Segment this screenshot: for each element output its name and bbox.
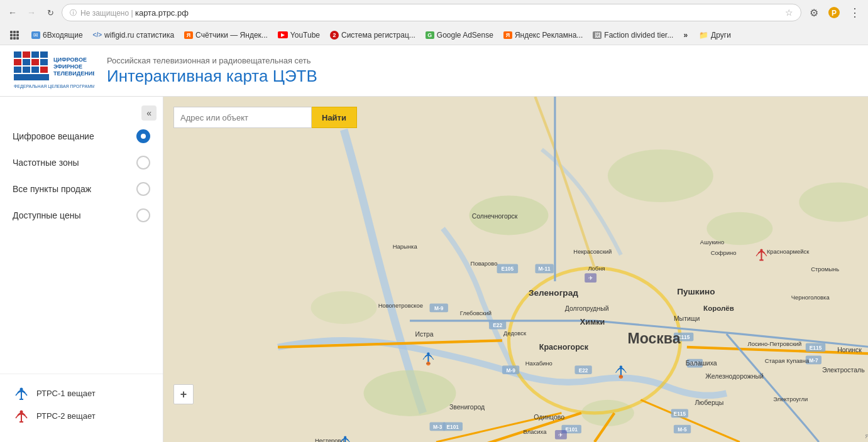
svg-rect-4	[23, 51, 30, 58]
svg-text:M-9: M-9	[506, 367, 515, 374]
svg-text:E101: E101	[565, 426, 578, 433]
svg-point-163	[760, 249, 762, 251]
svg-text:Долгопрудный: Долгопрудный	[565, 305, 609, 312]
map-zoom-button[interactable]: +	[173, 384, 194, 404]
wifigid-label: wifigid.ru статистика	[104, 31, 174, 40]
sidebar: « Цифровое вещание Частотные зоны Все пу…	[0, 97, 163, 442]
svg-rect-11	[14, 67, 21, 73]
6v-label: 6Входящие	[43, 31, 83, 40]
svg-text:✈: ✈	[558, 431, 563, 438]
faction-label: Faction divided tier...	[604, 31, 673, 40]
site-header-text: Российская телевизионная и радиовещатель…	[107, 56, 317, 86]
svg-text:Поварово: Поварово	[471, 260, 498, 267]
reload-button[interactable]: ↻	[43, 5, 58, 20]
bookmark-yandex[interactable]: Я Яндекс Рекламна...	[498, 29, 588, 41]
map-container[interactable]: Найти +	[163, 97, 868, 442]
svg-text:✈: ✈	[588, 274, 593, 281]
sidebar-item-digital[interactable]: Цифровое вещание	[0, 123, 163, 149]
bookmark-faction[interactable]: 🖼 Faction divided tier...	[588, 29, 678, 41]
extensions-button[interactable]: ⚙	[805, 4, 823, 21]
svg-text:Химки: Химки	[580, 318, 605, 326]
svg-text:Железнодорожный: Железнодорожный	[705, 373, 764, 380]
folder-icon: 📁	[699, 31, 708, 40]
svg-text:Яндекс: Яндекс	[865, 433, 868, 439]
bookmark-overflow[interactable]: »	[678, 29, 693, 41]
svg-text:ЦИФРОВОЕ: ЦИФРОВОЕ	[53, 57, 87, 63]
svg-text:E22: E22	[493, 322, 502, 328]
adsense-label: Google AdSense	[437, 31, 493, 40]
antenna-blue-icon	[13, 384, 30, 402]
schetchiki-label: Счётчики — Яндек...	[195, 31, 268, 40]
bookmark-youtube[interactable]: ▶ YouTube	[273, 29, 325, 41]
radio-prices[interactable]	[136, 208, 150, 222]
svg-text:Ашукино: Ашукино	[700, 239, 724, 245]
svg-text:М-7: М-7	[809, 357, 818, 364]
sidebar-item-sales[interactable]: Все пункты продаж	[0, 176, 163, 202]
map-search-input[interactable]	[173, 107, 312, 128]
svg-text:Москва: Москва	[627, 330, 680, 347]
svg-rect-7	[14, 59, 21, 65]
svg-rect-12	[23, 67, 30, 73]
profile-button[interactable]: P	[825, 4, 843, 21]
sidebar-label-prices: Доступные цены	[13, 210, 126, 220]
svg-text:Ногинск: Ногинск	[837, 347, 862, 353]
site-logo: ЦИФРОВОЕ ЭФИРНОЕ ТЕЛЕВИДЕНИЕ ФЕДЕРАЛЬНАЯ…	[13, 50, 94, 91]
bookmark-folder-drugie[interactable]: 📁 Други	[694, 29, 736, 41]
bookmark-apps[interactable]	[5, 29, 26, 41]
site-title: Интерактивная карта ЦЭТВ	[107, 67, 317, 86]
svg-text:Балашиха: Балашиха	[686, 360, 717, 367]
svg-point-151	[344, 436, 346, 439]
svg-text:Электроугли: Электроугли	[773, 396, 808, 402]
svg-text:Красноармейск: Красноармейск	[767, 248, 810, 255]
svg-text:Одинцово: Одинцово	[534, 414, 564, 421]
svg-text:Новопетровское: Новопетровское	[378, 302, 423, 309]
bookmark-wifigid[interactable]: </> wifigid.ru статистика	[88, 29, 180, 41]
svg-text:M-9: M-9	[434, 305, 444, 311]
more-button[interactable]: ⋮	[845, 4, 863, 21]
svg-text:Красногорск: Красногорск	[539, 343, 589, 352]
svg-text:Звенигород: Звенигород	[449, 404, 485, 411]
map-search-button[interactable]: Найти	[312, 107, 357, 128]
svg-rect-9	[31, 59, 39, 65]
forward-button[interactable]: →	[24, 5, 39, 20]
sidebar-legend: РТРС-1 вещает РТРС-2 вещает	[0, 374, 163, 436]
site-header: ЦИФРОВОЕ ЭФИРНОЕ ТЕЛЕВИДЕНИЕ ФЕДЕРАЛЬНАЯ…	[0, 45, 868, 97]
svg-text:Дедовск: Дедовск	[503, 330, 527, 337]
page-container: ЦИФРОВОЕ ЭФИРНОЕ ТЕЛЕВИДЕНИЕ ФЕДЕРАЛЬНАЯ…	[0, 45, 868, 442]
legend-icon-rtrs2	[13, 407, 30, 424]
sidebar-item-frequency[interactable]: Частотные зоны	[0, 149, 163, 176]
toolbar-right: ⚙ P ⋮	[805, 4, 863, 21]
bookmark-schetchiki[interactable]: Я Счётчики — Яндек...	[179, 29, 273, 41]
bookmark-sistema[interactable]: 2 Система регистрац...	[325, 29, 420, 41]
sidebar-item-prices[interactable]: Доступные цены	[0, 202, 163, 229]
browser-toolbar: ← → ↻ ⓘ Не защищено | карта.ртрс.рф ☆ ⚙ …	[0, 0, 868, 25]
svg-rect-6	[40, 51, 48, 58]
svg-rect-15	[14, 74, 49, 80]
svg-rect-3	[14, 51, 21, 58]
svg-text:Софрино: Софрино	[711, 249, 737, 256]
svg-text:Некрасовский: Некрасовский	[573, 248, 612, 255]
svg-text:М-11: М-11	[539, 266, 551, 272]
svg-text:Черноголовка: Черноголовка	[791, 294, 830, 301]
svg-text:M-3: M-3	[433, 424, 442, 430]
back-button[interactable]: ←	[5, 5, 20, 20]
svg-text:Нестерово: Нестерово	[315, 437, 344, 442]
radio-digital[interactable]	[136, 129, 150, 143]
url-display: Не защищено | карта.ртрс.рф	[80, 8, 781, 18]
bookmark-6vhodyaschie[interactable]: ✉ 6Входящие	[26, 29, 88, 41]
address-bar[interactable]: ⓘ Не защищено | карта.ртрс.рф ☆	[62, 4, 801, 21]
svg-text:P: P	[832, 9, 837, 18]
svg-rect-5	[31, 51, 39, 58]
adsense-favicon: G	[426, 31, 434, 39]
radio-sales[interactable]	[136, 182, 150, 196]
main-content: « Цифровое вещание Частотные зоны Все пу…	[0, 97, 868, 442]
radio-frequency[interactable]	[136, 156, 150, 170]
legend-rtrs1: РТРС-1 вещает	[13, 384, 150, 402]
svg-point-155	[620, 365, 622, 368]
bookmark-adsense[interactable]: G Google AdSense	[420, 29, 498, 41]
bookmark-star[interactable]: ☆	[785, 8, 793, 18]
svg-text:Королёв: Королёв	[703, 305, 734, 312]
svg-text:Стромынь: Стромынь	[811, 266, 839, 272]
logo-svg: ЦИФРОВОЕ ЭФИРНОЕ ТЕЛЕВИДЕНИЕ ФЕДЕРАЛЬНАЯ…	[13, 50, 94, 91]
sidebar-collapse-button[interactable]: «	[141, 105, 157, 121]
